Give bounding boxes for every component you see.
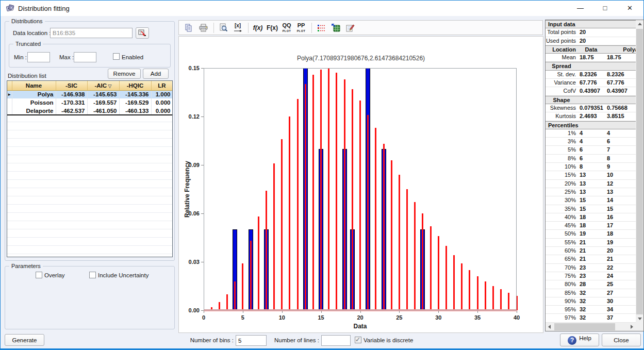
- stats-horizontal-scrollbar[interactable]: [546, 323, 636, 331]
- bins-input[interactable]: [236, 335, 267, 346]
- scroll-up-icon[interactable]: [636, 20, 643, 28]
- stats-row-85: 85%3227: [546, 289, 636, 297]
- axis-scale-icon[interactable]: [x]: [231, 22, 244, 34]
- maximize-button[interactable]: □: [593, 1, 617, 16]
- distribution-row-polya[interactable]: ►Polya-146.938-145.653-145.3361.000: [7, 90, 173, 98]
- grid-cell: -145.653: [87, 90, 119, 98]
- grid-cell: -461.050: [87, 107, 119, 115]
- stats-row-25: 25%1313: [546, 188, 636, 196]
- toolbar-separator: [213, 23, 214, 33]
- distribution-list-grid[interactable]: Name-SIC-AIC ▽-HQICLR►Polya-146.938-145.…: [7, 80, 173, 257]
- y-tick-label: 0.15: [182, 65, 200, 71]
- distribution-row-delaporte[interactable]: Delaporte-462.537-461.050-460.1330.000: [7, 107, 173, 115]
- edit-chart-icon[interactable]: [343, 22, 357, 34]
- x-tick-label: 5: [241, 314, 244, 321]
- grid-cell: 0.000: [151, 98, 173, 107]
- fit-line: [359, 101, 361, 310]
- fit-line: [399, 175, 400, 310]
- stats-row-65: 65%2121: [546, 255, 636, 263]
- data-location-input[interactable]: [50, 28, 133, 38]
- close-button[interactable]: Close: [602, 334, 641, 346]
- grid-cell: -460.133: [119, 107, 151, 115]
- fit-line: [461, 263, 463, 310]
- truncated-group-label: Truncated: [13, 41, 43, 47]
- stats-row-5: 5%67: [546, 146, 636, 154]
- column-header-aic[interactable]: -AIC ▽: [87, 81, 119, 90]
- zoom-preview-icon[interactable]: [217, 22, 230, 34]
- stats-hscroll-thumb[interactable]: [554, 323, 615, 330]
- grid-cell: -146.938: [56, 90, 87, 98]
- title-bar: Distribution fitting — □ ✕: [1, 1, 643, 16]
- fit-line: [234, 281, 236, 310]
- x-tick-mark: [243, 311, 243, 313]
- scroll-right-icon[interactable]: [628, 323, 636, 331]
- stats-row-1: 1%44: [546, 129, 636, 138]
- enabled-checkbox[interactable]: [113, 53, 120, 60]
- min-label: Min :: [14, 54, 27, 60]
- fit-line: [226, 294, 228, 310]
- scroll-left-icon[interactable]: [546, 323, 554, 331]
- cdf-Fx-icon[interactable]: F(x): [266, 22, 279, 34]
- include-uncertainty-checkbox[interactable]: [89, 272, 96, 278]
- distribution-row-poisson[interactable]: Poisson-170.331-169.557-169.5290.000: [7, 98, 173, 107]
- min-input[interactable]: [27, 52, 50, 62]
- fit-line: [485, 281, 486, 310]
- variable-discrete-checkbox[interactable]: [355, 337, 361, 343]
- column-header-hqic[interactable]: -HQIC: [119, 81, 151, 90]
- copy-icon[interactable]: [182, 22, 195, 34]
- grid-cell: Poisson: [12, 98, 56, 107]
- fit-line: [281, 139, 283, 310]
- fit-line: [258, 216, 259, 310]
- pp-plot-icon[interactable]: PPPLOT: [294, 22, 308, 34]
- stats-row-20: 20%1312: [546, 180, 636, 188]
- scroll-down-icon[interactable]: [636, 314, 643, 323]
- grid-header-row: Name-SIC-AIC ▽-HQICLR: [7, 81, 173, 90]
- print-icon[interactable]: [196, 22, 210, 34]
- minimize-button[interactable]: —: [569, 1, 592, 16]
- parameters-group-label: Parameters: [9, 263, 43, 269]
- y-tick-mark: [201, 310, 204, 311]
- add-button[interactable]: Add: [143, 69, 169, 79]
- stats-row-10: 10%89: [546, 163, 636, 171]
- qq-plot-icon[interactable]: QQPLOT: [280, 22, 293, 34]
- fit-line: [445, 246, 447, 310]
- x-tick-mark: [321, 311, 322, 313]
- legend-icon[interactable]: [315, 22, 328, 34]
- close-window-button[interactable]: ✕: [618, 1, 641, 16]
- pdf-fx-icon[interactable]: f(x): [251, 22, 265, 34]
- fit-line: [438, 236, 439, 310]
- stats-row-35: 35%1515: [546, 205, 636, 213]
- stats-row-40: 40%1816: [546, 213, 636, 222]
- fit-line: [266, 191, 267, 310]
- stats-vertical-scrollbar[interactable]: [636, 20, 643, 323]
- stats-section-input-data: Input data: [546, 20, 636, 28]
- generate-button[interactable]: Generate: [5, 334, 44, 346]
- stats-row-8: 8%68: [546, 155, 636, 163]
- stats-row-50: 50%1918: [546, 230, 636, 238]
- stats-row-30: 30%1514: [546, 196, 636, 205]
- stats-row-cofv: CofV0.439070.43907: [546, 87, 636, 95]
- x-tick-label: 25: [396, 314, 402, 321]
- lines-input[interactable]: [321, 335, 351, 346]
- fit-line: [344, 79, 345, 310]
- fit-line: [469, 270, 470, 310]
- grid-cell: -462.537: [56, 107, 87, 115]
- statistics-grid-viewport: Input dataTotal points20Used points20Loc…: [546, 20, 636, 323]
- window-title: Distribution fitting: [18, 5, 70, 12]
- y-tick-mark: [201, 116, 204, 117]
- remove-button[interactable]: Remove: [108, 69, 141, 79]
- chart-toolbar: [x] f(x) F(x) QQPLOT PPPLOT: [178, 20, 543, 35]
- column-header-lr[interactable]: LR: [151, 81, 173, 90]
- help-button[interactable]: ?Help: [560, 334, 599, 346]
- grid-cell: Delaporte: [12, 107, 56, 115]
- toolbar-separator: [311, 23, 312, 33]
- stats-row-skewness: Skewness0.0793510.75668: [546, 104, 636, 112]
- stats-vscroll-thumb[interactable]: [636, 29, 643, 321]
- overlay-checkbox[interactable]: [36, 272, 42, 278]
- max-input[interactable]: [74, 52, 96, 62]
- row-marker: [7, 98, 12, 107]
- export-excel-icon[interactable]: [329, 22, 342, 34]
- select-range-button[interactable]: [136, 27, 149, 39]
- column-header-sic[interactable]: -SIC: [56, 81, 87, 90]
- column-header-name[interactable]: Name: [12, 81, 56, 90]
